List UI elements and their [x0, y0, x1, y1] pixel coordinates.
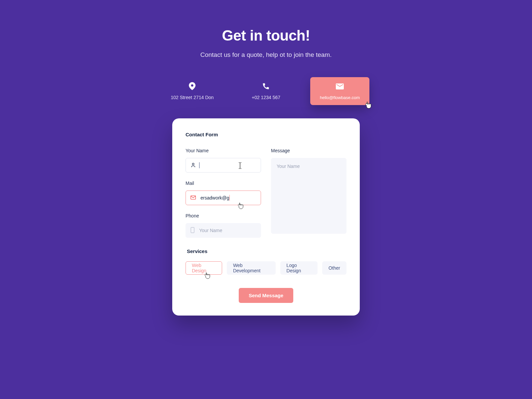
card-title: Contact Form	[186, 132, 346, 137]
name-input[interactable]	[186, 158, 261, 173]
phone-icon	[262, 82, 270, 90]
chip-web-development[interactable]: Web Development	[227, 261, 276, 275]
user-icon	[191, 162, 196, 169]
contact-address-card[interactable]: 102 Street 2714 Don	[163, 77, 222, 105]
chip-label: Web Design	[192, 263, 216, 273]
chip-logo-design[interactable]: Logo Design	[280, 261, 318, 275]
mail-input-value: ersadwork@g	[200, 195, 229, 200]
contact-email-text: hello@flowbase.com	[320, 95, 360, 100]
chip-label: Logo Design	[287, 263, 311, 273]
contact-info-row: 102 Street 2714 Don +02 1234 567 hello@f…	[163, 77, 369, 105]
contact-phone-card[interactable]: +02 1234 567	[236, 77, 296, 105]
chip-web-design[interactable]: Web Design	[186, 261, 222, 275]
svg-point-0	[192, 163, 194, 165]
pointer-cursor-icon	[237, 202, 243, 209]
message-label: Message	[271, 148, 346, 153]
chip-other[interactable]: Other	[322, 261, 346, 275]
chip-label: Other	[329, 265, 340, 271]
page-title: Get in touch!	[200, 27, 332, 44]
location-pin-icon	[188, 82, 196, 90]
contact-address-text: 102 Street 2714 Don	[171, 95, 213, 100]
contact-email-card[interactable]: hello@flowbase.com	[310, 77, 369, 105]
phone-label: Phone	[186, 213, 261, 218]
text-caret	[229, 195, 230, 201]
chip-label: Web Development	[233, 263, 269, 273]
contact-form-card: Contact Form Your Name Mail	[172, 118, 360, 316]
name-label: Your Name	[186, 148, 261, 153]
contact-phone-text: +02 1234 567	[252, 95, 280, 100]
message-placeholder: Your Name	[277, 164, 300, 169]
mail-label: Mail	[186, 181, 261, 186]
phone-placeholder: Your Name	[199, 228, 222, 233]
phone-input[interactable]: Your Name	[186, 223, 261, 238]
phone-field-icon	[191, 227, 195, 234]
services-label: Services	[187, 248, 346, 254]
page-subtitle: Contact us for a quote, help ot to join …	[200, 51, 332, 59]
text-cursor-icon	[238, 162, 242, 169]
mail-icon	[336, 82, 344, 90]
text-caret	[199, 162, 200, 168]
pointer-cursor-icon	[365, 101, 371, 109]
mail-field-icon	[191, 195, 196, 201]
svg-rect-2	[191, 227, 194, 232]
send-message-button[interactable]: Send Message	[239, 288, 293, 303]
mail-input[interactable]: ersadwork@g	[186, 191, 261, 205]
message-textarea[interactable]: Your Name	[271, 158, 346, 234]
